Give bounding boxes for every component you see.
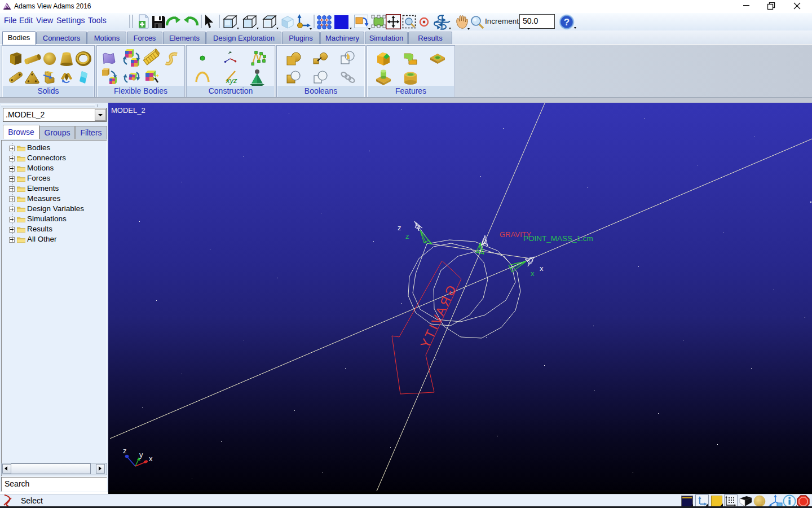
svg-text:xyz: xyz [226,76,237,85]
svg-text:x: x [540,264,544,273]
svg-text:z: z [398,224,401,232]
svg-text:GRAVITY: GRAVITY [417,283,459,352]
svg-text:MODEL_2: MODEL_2 [111,106,145,115]
svg-text:y: y [139,450,143,459]
svg-text:x: x [531,269,535,278]
svg-text:POINT_MASS_1.cm: POINT_MASS_1.cm [523,234,593,243]
svg-text:x: x [149,454,153,463]
svg-text:?: ? [564,17,570,28]
svg-text:z: z [405,232,409,240]
svg-text:z: z [123,446,127,455]
